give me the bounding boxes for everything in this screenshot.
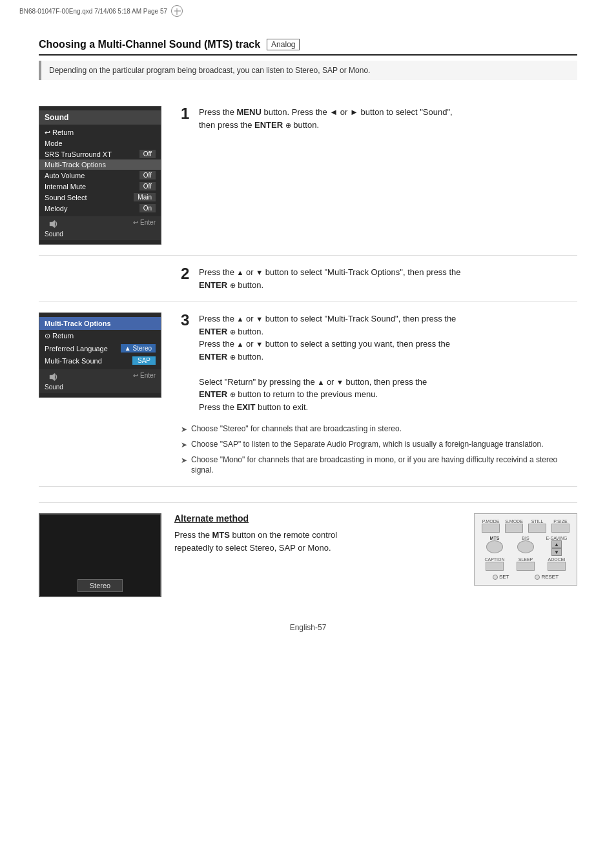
page-footer: English-57 (39, 623, 577, 632)
remote-sleep-cell: SLEEP (511, 557, 540, 571)
sound-menu: Sound ↩ Return Mode SRS TruSurround XTOf… (39, 106, 161, 245)
remote-psize-btn (551, 524, 570, 533)
section-description: Depending on the particular program bein… (39, 61, 577, 80)
sound-menu-footer: Sound ↩ Enter (39, 216, 161, 240)
multitrack-preferred-lang: Preferred Language ▲ Stereo (39, 342, 161, 354)
remote-set-circle (493, 575, 498, 580)
multitrack-sound-icon: Sound (45, 372, 63, 391)
section-title-row: Choosing a Multi-Channel Sound (MTS) tra… (39, 39, 577, 50)
step-1-content: 1 Press the MENU button. Press the ◄ or … (181, 106, 577, 131)
bullet-notes: ➤ Choose "Stereo" for channels that are … (181, 424, 577, 476)
sound-menu-multitrack: Multi-Track Options (39, 159, 161, 170)
remote-bis-cell: BIS (511, 536, 540, 556)
bullet-note-mono: ➤ Choose "Mono" for channels that are br… (181, 455, 577, 476)
sound-svg-icon (48, 219, 59, 229)
remote-down-btn: ▼ (551, 548, 562, 556)
svg-marker-1 (50, 373, 55, 381)
alternate-screen-label: Stereo (77, 579, 123, 592)
bullet-arrow-3: ➤ (181, 455, 187, 466)
remote-indicators: SET RESET (480, 574, 571, 580)
analog-badge: Analog (267, 39, 300, 50)
sound-icon: Sound (45, 219, 63, 238)
sound-menu-internalmute: Internal MuteOff (39, 181, 161, 192)
multitrack-sound-svg (48, 372, 59, 382)
step-2-text: Press the ▲ or ▼ button to select "Multi… (199, 266, 461, 291)
remote-up-btn: ▲ (551, 540, 562, 548)
sound-menu-autovol: Auto VolumeOff (39, 170, 161, 181)
remote-bis-btn (517, 540, 534, 553)
remote-pmode-btn (482, 524, 500, 533)
remote-smode-btn (505, 524, 523, 533)
step-1-number-row: 1 Press the MENU button. Press the ◄ or … (181, 106, 577, 131)
step-3-image: Multi-Track Options ⊙ Return Preferred L… (39, 312, 168, 398)
remote-pmode-label: P.MODE (480, 519, 502, 533)
step-3-number-row: 3 Press the ▲ or ▼ button to select "Mul… (181, 312, 577, 413)
step-1-number: 1 (181, 106, 194, 121)
step-3-content: 3 Press the ▲ or ▼ button to select "Mul… (181, 312, 577, 476)
step-1-image: Sound ↩ Return Mode SRS TruSurround XTOf… (39, 106, 168, 245)
remote-set-indicator: SET (493, 574, 509, 580)
remote-smode-label: S.MODE (503, 519, 525, 533)
remote-caption-cell: CAPTION (480, 557, 509, 571)
alternate-description: Press the MTS button on the remote contr… (174, 529, 461, 554)
sound-menu-soundselect: Sound SelectMain (39, 192, 161, 203)
step-2-content: 2 Press the ▲ or ▼ button to select "Mul… (181, 266, 577, 291)
remote-low-row: CAPTION SLEEP ADOCEI (480, 557, 571, 571)
section-divider (39, 54, 577, 56)
bullet-note-mono-text: Choose "Mono" for channels that are broa… (191, 455, 577, 476)
remote-mts-cell: MTS (480, 536, 509, 556)
remote-psize-label: P.SIZE (549, 519, 571, 533)
step-3-text: Press the ▲ or ▼ button to select "Multi… (199, 312, 456, 413)
bullet-arrow-2: ➤ (181, 440, 187, 451)
multitrack-menu-title: Multi-Track Options (39, 317, 161, 330)
step-2-row: 2 Press the ▲ or ▼ button to select "Mul… (39, 256, 577, 302)
sound-menu-mode: Mode (39, 138, 161, 148)
alternate-title: Alternate method (174, 513, 461, 524)
remote-nav-updown: ▲ ▼ (542, 540, 571, 556)
multitrack-footer: Sound ↩ Enter (39, 369, 161, 393)
bullet-arrow-1: ➤ (181, 424, 187, 435)
crosshair-icon (171, 5, 183, 17)
alternate-section: Stereo Alternate method Press the MTS bu… (39, 502, 577, 597)
remote-control-image: P.MODE S.MODE STILL P.SIZE MTS BIS E-SAV… (474, 513, 577, 586)
remote-still-label: STILL (526, 519, 548, 533)
remote-sleep-btn (517, 562, 535, 571)
page-number: English-57 (290, 623, 327, 632)
remote-mts-btn (486, 540, 503, 553)
multitrack-menu: Multi-Track Options ⊙ Return Preferred L… (39, 312, 161, 398)
remote-reset-indicator: RESET (535, 574, 559, 580)
bullet-note-stereo: ➤ Choose "Stereo" for channels that are … (181, 424, 577, 435)
step-2-number-row: 2 Press the ▲ or ▼ button to select "Mul… (181, 266, 577, 291)
remote-reset-label: RESET (541, 574, 559, 580)
remote-top-labels: P.MODE S.MODE STILL P.SIZE (480, 519, 571, 533)
step-2-number: 2 (181, 266, 194, 281)
multitrack-return: ⊙ Return (39, 330, 161, 342)
alternate-tv-image: Stereo (39, 513, 161, 597)
step-1-row: Sound ↩ Return Mode SRS TruSurround XTOf… (39, 96, 577, 256)
remote-caption-btn (486, 562, 504, 571)
sound-menu-melody: MelodyOn (39, 203, 161, 214)
step-3-number: 3 (181, 312, 194, 328)
steps-area: Sound ↩ Return Mode SRS TruSurround XTOf… (39, 96, 577, 487)
remote-box: P.MODE S.MODE STILL P.SIZE MTS BIS E-SAV… (474, 513, 577, 586)
svg-marker-0 (50, 220, 55, 228)
remote-reset-circle (535, 575, 540, 580)
remote-set-label: SET (499, 574, 509, 580)
alternate-content: Alternate method Press the MTS button on… (174, 513, 461, 559)
bullet-note-stereo-text: Choose "Stereo" for channels that are br… (191, 424, 402, 435)
remote-adocei-btn (548, 562, 566, 571)
bullet-note-sap: ➤ Choose "SAP" to listen to the Separate… (181, 439, 577, 451)
remote-still-btn (528, 524, 546, 533)
remote-esaving-cell: E-SAVING ▲ ▼ (542, 536, 571, 556)
step-3-row: Multi-Track Options ⊙ Return Preferred L… (39, 302, 577, 487)
sound-menu-srs: SRS TruSurround XTOff (39, 148, 161, 159)
bullet-note-sap-text: Choose "SAP" to listen to the Separate A… (191, 439, 544, 450)
multitrack-sound: Multi-Track Sound SAP (39, 354, 161, 367)
sound-menu-title: Sound (39, 110, 161, 125)
remote-mid-row: MTS BIS E-SAVING ▲ ▼ (480, 536, 571, 556)
file-header: BN68-01047F-00Eng.qxd 7/14/06 5:18 AM Pa… (19, 5, 183, 17)
step-1-text: Press the MENU button. Press the ◄ or ► … (199, 106, 453, 131)
section-title: Choosing a Multi-Channel Sound (MTS) tra… (39, 39, 260, 50)
remote-adocei-cell: ADOCEI (542, 557, 571, 571)
file-header-text: BN68-01047F-00Eng.qxd 7/14/06 5:18 AM Pa… (19, 8, 167, 15)
